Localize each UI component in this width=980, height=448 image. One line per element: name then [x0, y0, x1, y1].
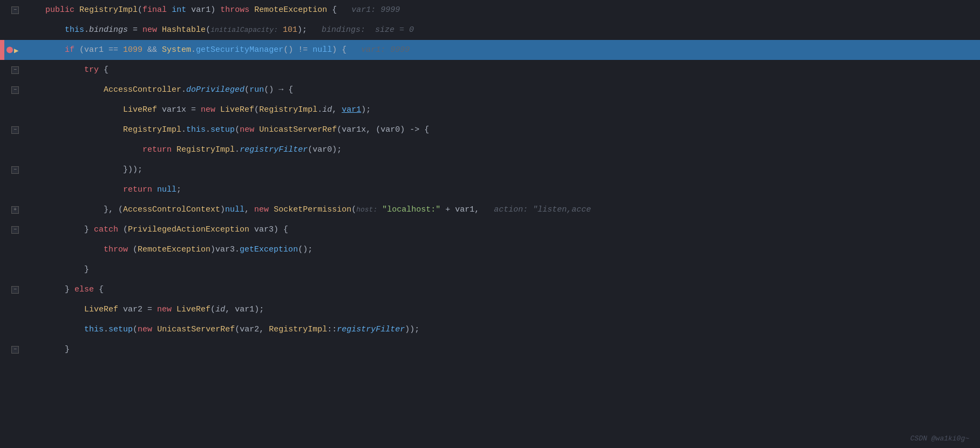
gutter-11: +	[4, 200, 26, 220]
gutter-10	[4, 180, 26, 200]
code-line-9: − }));	[0, 160, 980, 180]
line-content-16: LiveRef var2 = new LiveRef(id, var1);	[26, 300, 980, 320]
gutter-8	[4, 140, 26, 160]
left-bar-15	[0, 280, 4, 300]
left-bar-2	[0, 20, 4, 40]
gutter-5: −	[4, 80, 26, 100]
code-line-18: − }	[0, 340, 980, 359]
line-content-10: return null;	[26, 180, 980, 200]
code-line-1: − public RegistryImpl(final int var1) th…	[0, 0, 980, 20]
gutter-16	[4, 300, 26, 320]
line-content-3: if (var1 == 1099 && System.getSecurityMa…	[26, 40, 980, 60]
gutter-6	[4, 100, 26, 120]
watermark: CSDN @wa1ki0g~	[910, 435, 969, 443]
left-bar-10	[0, 180, 4, 200]
code-line-3: ▶ − if (var1 == 1099 && System.getSecuri…	[0, 40, 980, 60]
code-line-12: − } catch (PrivilegedActionException var…	[0, 220, 980, 240]
gutter-4: −	[4, 60, 26, 80]
gutter-3: ▶ −	[4, 40, 26, 60]
line-content-14: }	[26, 260, 980, 280]
line-content-11: }, (AccessControlContext)null, new Socke…	[26, 200, 980, 220]
fold-icon-9[interactable]: −	[11, 166, 19, 174]
code-area: − public RegistryImpl(final int var1) th…	[0, 0, 980, 359]
left-bar-13	[0, 240, 4, 260]
left-bar-16	[0, 300, 4, 320]
line-content-12: } catch (PrivilegedActionException var3)…	[26, 220, 980, 240]
fold-icon-7[interactable]: −	[11, 126, 19, 134]
gutter-9: −	[4, 160, 26, 180]
gutter-7: −	[4, 120, 26, 140]
line-content-15: } else {	[26, 280, 980, 300]
fold-icon-1[interactable]: −	[11, 6, 19, 14]
fold-icon-5[interactable]: −	[11, 86, 19, 94]
left-bar-7	[0, 120, 4, 140]
line-content-8: return RegistryImpl.registryFilter(var0)…	[26, 140, 980, 160]
gutter-1: −	[4, 0, 26, 20]
breakpoint-3[interactable]	[6, 47, 13, 53]
line-content-13: throw (RemoteException)var3.getException…	[26, 240, 980, 260]
code-line-13: throw (RemoteException)var3.getException…	[0, 240, 980, 260]
code-line-16: LiveRef var2 = new LiveRef(id, var1);	[0, 300, 980, 320]
gutter-14	[4, 260, 26, 280]
code-line-10: return null;	[0, 180, 980, 200]
gutter-12: −	[4, 220, 26, 240]
gutter-15: −	[4, 280, 26, 300]
code-line-5: − AccessController.doPrivileged(run() → …	[0, 80, 980, 100]
fold-icon-15[interactable]: −	[11, 286, 19, 294]
left-bar-1	[0, 0, 4, 20]
gutter-18: −	[4, 340, 26, 359]
line-content-6: LiveRef var1x = new LiveRef(RegistryImpl…	[26, 100, 980, 120]
gutter-13	[4, 240, 26, 260]
left-bar-12	[0, 220, 4, 240]
left-bar-18	[0, 340, 4, 359]
line-content-18: }	[26, 340, 980, 359]
fold-icon-4[interactable]: −	[11, 66, 19, 74]
line-content-4: try {	[26, 60, 980, 80]
line-content-9: }));	[26, 160, 980, 180]
code-line-17: this.setup(new UnicastServerRef(var2, Re…	[0, 320, 980, 340]
code-line-15: − } else {	[0, 280, 980, 300]
left-bar-3	[0, 40, 4, 60]
left-bar-9	[0, 160, 4, 180]
fold-icon-12[interactable]: −	[11, 226, 19, 234]
gutter-17	[4, 320, 26, 340]
gutter-2	[4, 20, 26, 40]
line-content-5: AccessController.doPrivileged(run() → {	[26, 80, 980, 100]
fold-icon-18[interactable]: −	[11, 346, 19, 354]
code-line-14: }	[0, 260, 980, 280]
line-content-2: this.bindings = new Hashtable(initialCap…	[26, 20, 980, 40]
line-content-1: public RegistryImpl(final int var1) thro…	[26, 0, 980, 20]
left-bar-14	[0, 260, 4, 280]
code-editor: − public RegistryImpl(final int var1) th…	[0, 0, 980, 448]
code-line-2: this.bindings = new Hashtable(initialCap…	[0, 20, 980, 40]
left-bar-6	[0, 100, 4, 120]
left-bar-17	[0, 320, 4, 340]
left-bar-4	[0, 60, 4, 80]
code-line-6: LiveRef var1x = new LiveRef(RegistryImpl…	[0, 100, 980, 120]
code-line-7: − RegistryImpl.this.setup(new UnicastSer…	[0, 120, 980, 140]
left-bar-8	[0, 140, 4, 160]
fold-icon-11[interactable]: +	[11, 206, 19, 214]
left-bar-5	[0, 80, 4, 100]
left-bar-11	[0, 200, 4, 220]
code-line-8: return RegistryImpl.registryFilter(var0)…	[0, 140, 980, 160]
code-line-11: + }, (AccessControlContext)null, new Soc…	[0, 200, 980, 220]
line-content-7: RegistryImpl.this.setup(new UnicastServe…	[26, 120, 980, 140]
line-content-17: this.setup(new UnicastServerRef(var2, Re…	[26, 320, 980, 340]
code-line-4: − try {	[0, 60, 980, 80]
